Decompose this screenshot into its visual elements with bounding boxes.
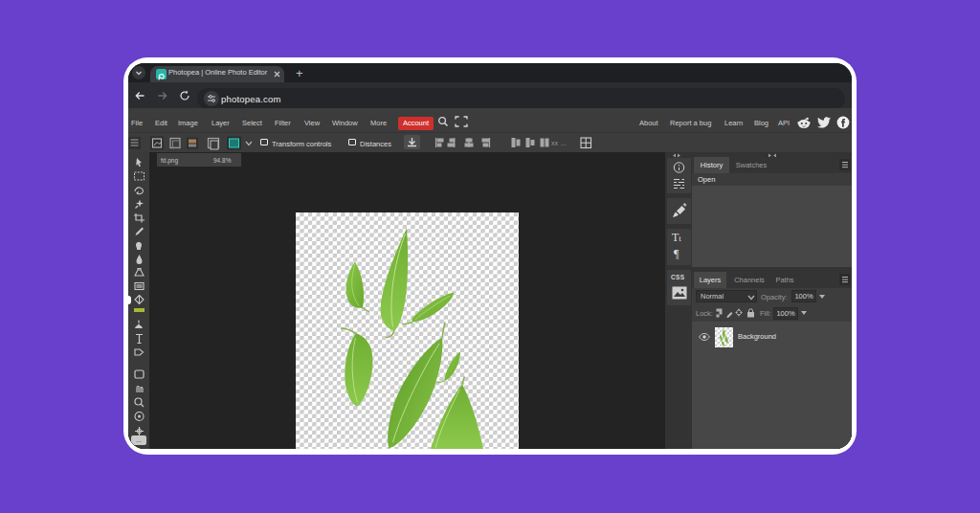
- svg-text:...: ...: [561, 139, 567, 145]
- svg-text:xx: xx: [551, 140, 559, 146]
